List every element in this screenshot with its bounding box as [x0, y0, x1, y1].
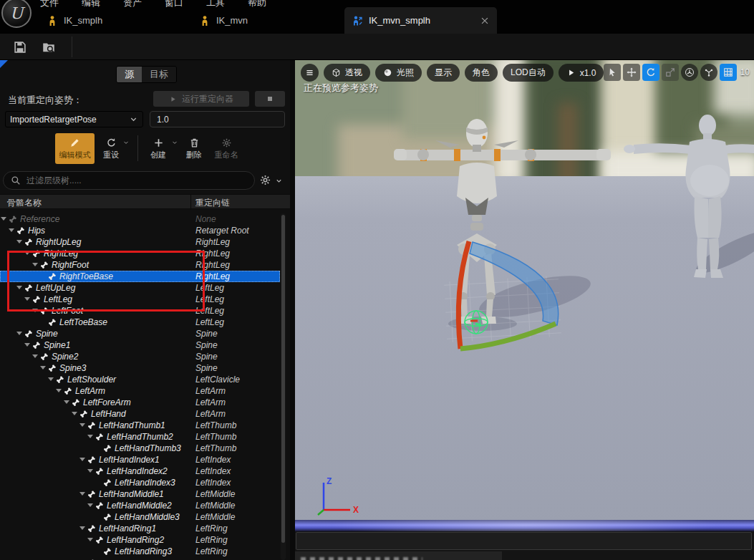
tree-row[interactable]: RightToeBaseRightLeg	[0, 271, 280, 282]
viewport-button-label: 角色	[473, 67, 490, 79]
expander-arrow-icon[interactable]	[24, 297, 30, 301]
viewport-button-光照[interactable]: 光照	[375, 64, 422, 82]
save-icon	[13, 40, 27, 54]
save-button[interactable]	[9, 37, 32, 57]
viewport-button-x1.0[interactable]: x1.0	[559, 64, 604, 82]
expander-arrow-icon[interactable]	[87, 538, 93, 541]
expander-arrow-icon[interactable]	[16, 286, 22, 289]
tree-row[interactable]: LeftHandRing1LeftRing	[0, 523, 280, 534]
transform-button-gizmo-snap[interactable]	[700, 64, 717, 81]
3d-viewport[interactable]: 透视光照显示角色LOD自动x1.0 10 正在预览参考姿势 Z X	[295, 60, 754, 531]
tree-row[interactable]: LeftForeArmLeftArm	[0, 397, 280, 408]
tree-row[interactable]: LeftToeBaseLeftLeg	[0, 317, 280, 328]
transform-button-grid[interactable]	[720, 64, 737, 81]
expander-arrow-icon[interactable]	[16, 240, 22, 243]
expander-arrow-icon[interactable]	[72, 412, 77, 415]
tree-row[interactable]	[0, 557, 280, 560]
tree-row[interactable]: LeftHandMiddle2LeftMiddle	[0, 500, 280, 511]
tree-row[interactable]: Spine2Spine	[0, 351, 280, 362]
retarget-chain-value: None	[195, 214, 216, 224]
asset-browser-panel[interactable]	[296, 532, 752, 550]
retarget-chain-value: LeftThumb	[195, 443, 236, 453]
transform-button-cursor[interactable]	[604, 64, 621, 81]
tree-row[interactable]: LeftHandIndex2LeftIndex	[0, 465, 280, 477]
transform-button-scale[interactable]	[662, 64, 679, 81]
tree-scrollbar[interactable]	[281, 213, 286, 560]
bone-icon	[32, 341, 41, 349]
tree-scrollbar-thumb[interactable]	[281, 215, 285, 543]
tree-row[interactable]: LeftHandThumb3LeftThumb	[0, 443, 280, 454]
tree-row[interactable]: Spine1Spine	[0, 339, 280, 351]
expander-arrow-icon[interactable]	[40, 366, 46, 370]
asset-tab[interactable]: IK_mvn_smplh	[344, 7, 497, 34]
retarget-chain-value: LeftThumb	[195, 432, 236, 442]
expander-arrow-icon[interactable]	[1, 217, 6, 221]
expander-arrow-icon[interactable]	[87, 469, 93, 473]
tree-row[interactable]: LeftHandMiddle1LeftMiddle	[0, 488, 280, 500]
bone-icon	[24, 284, 33, 292]
expander-arrow-icon[interactable]	[79, 423, 85, 427]
gizmo-axes-icon	[685, 67, 695, 77]
viewport-button-label: 显示	[435, 67, 452, 79]
title-bar: U 文件编辑资产窗口工具帮助 IK_smplhIK_mvnIK_mvn_smpl…	[0, 0, 754, 34]
expander-arrow-icon[interactable]	[16, 332, 22, 335]
tree-row[interactable]: LeftShoulderLeftClavicle	[0, 374, 280, 385]
tree-row[interactable]: LeftHandIndex3LeftIndex	[0, 477, 280, 488]
tree-row[interactable]: Spine3Spine	[0, 362, 280, 374]
tree-row[interactable]: LeftUpLegLeftLeg	[0, 282, 280, 294]
tree-row[interactable]: RightFootRightLeg	[0, 259, 280, 271]
expander-arrow-icon[interactable]	[9, 228, 14, 232]
folder-search-icon	[42, 40, 56, 54]
tree-row[interactable]: LeftHandThumb1LeftThumb	[0, 420, 280, 431]
bone-name: Spine	[36, 329, 58, 339]
menu-icon	[305, 68, 314, 77]
transform-button-gizmo-axes[interactable]	[681, 64, 698, 81]
tree-row[interactable]: LeftArmLeftArm	[0, 385, 280, 397]
hierarchy-panel: 源 目标 当前重定向姿势： 运行重定向器 ImportedRetargetPos…	[0, 60, 290, 560]
tree-row[interactable]: LeftHandLeftArm	[0, 408, 280, 420]
expander-arrow-icon[interactable]	[87, 503, 93, 507]
expander-arrow-icon[interactable]	[48, 377, 54, 381]
asset-tab[interactable]: IK_smplh	[39, 7, 192, 34]
tree-row[interactable]: ReferenceNone	[0, 213, 280, 225]
grid-snap-value: 10	[740, 67, 750, 77]
tree-row[interactable]: LeftHandMiddle3LeftMiddle	[0, 511, 280, 523]
viewport-button-LOD自动[interactable]: LOD自动	[503, 64, 554, 82]
bone-icon	[95, 433, 104, 441]
transform-button-move[interactable]	[623, 64, 640, 81]
bone-name: LeftHandThumb2	[107, 432, 173, 442]
expander-arrow-icon[interactable]	[24, 343, 30, 347]
tree-row[interactable]: RightLegRightLeg	[0, 248, 280, 259]
expander-arrow-icon[interactable]	[79, 526, 85, 530]
expander-arrow-icon[interactable]	[24, 251, 30, 255]
expander-arrow-icon[interactable]	[56, 389, 62, 392]
tree-row[interactable]: LeftHandRing3LeftRing	[0, 546, 280, 557]
tree-row[interactable]: LeftHandThumb2LeftThumb	[0, 431, 280, 443]
tree-row[interactable]: LeftFootLeftLeg	[0, 305, 280, 317]
tree-row[interactable]: LeftHandRing2LeftRing	[0, 534, 280, 546]
expander-arrow-icon[interactable]	[32, 263, 38, 266]
retarget-chain-value: Spine	[195, 329, 218, 339]
bone-icon	[87, 490, 96, 498]
close-tab-icon[interactable]	[480, 16, 490, 26]
viewport-button-透视[interactable]: 透视	[324, 64, 370, 82]
browse-to-asset-button[interactable]	[37, 37, 60, 57]
viewport-button-角色[interactable]: 角色	[465, 64, 498, 82]
expander-arrow-icon[interactable]	[79, 492, 85, 496]
tree-row[interactable]: HipsRetarget Root	[0, 225, 280, 236]
expander-arrow-icon[interactable]	[64, 400, 69, 404]
expander-arrow-icon[interactable]	[32, 354, 38, 358]
tree-row[interactable]: RightUpLegRightLeg	[0, 236, 280, 248]
asset-tab[interactable]: IK_mvn	[192, 7, 344, 34]
viewport-button-显示[interactable]: 显示	[427, 64, 460, 82]
expander-arrow-icon[interactable]	[32, 309, 38, 312]
tree-row[interactable]: SpineSpine	[0, 328, 280, 339]
transform-button-rotate[interactable]	[642, 64, 659, 81]
expander-arrow-icon[interactable]	[87, 435, 93, 438]
tree-row[interactable]: LeftLegLeftLeg	[0, 294, 280, 305]
retarget-chain-value: LeftLeg	[195, 306, 224, 316]
tree-row[interactable]: LeftHandIndex1LeftIndex	[0, 454, 280, 465]
expander-arrow-icon[interactable]	[79, 458, 85, 461]
retarget-chain-value: LeftIndex	[195, 478, 231, 488]
viewport-button-menu[interactable]	[301, 64, 319, 82]
